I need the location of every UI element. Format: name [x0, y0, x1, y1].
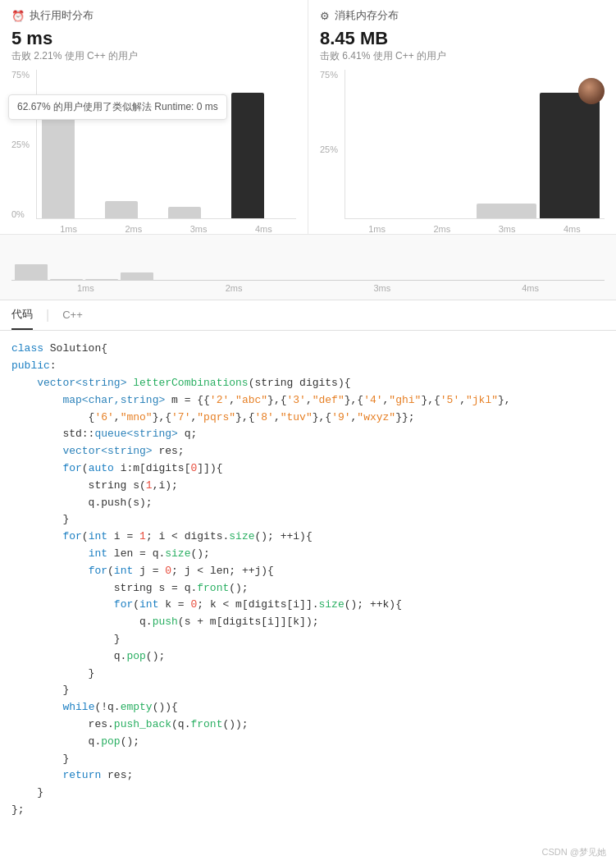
mem-y-label-75: 75%: [320, 70, 343, 80]
tab-cpp[interactable]: C++: [62, 302, 83, 329]
execution-chart-title: ⏰ 执行用时分布: [11, 8, 296, 23]
execution-tooltip: 62.67% 的用户使用了类似解法 Runtime: 0 ms: [8, 94, 227, 120]
execution-chart-panel: ⏰ 执行用时分布 5 ms 击败 2.21% 使用 C++ 的用户 62.67%…: [0, 0, 308, 234]
mem-x-label-2ms: 2ms: [433, 224, 450, 234]
execution-subtitle: 击败 2.21% 使用 C++ 的用户: [11, 49, 296, 63]
mini-chart-wrapper: [11, 240, 605, 281]
x-label-3ms: 3ms: [190, 224, 208, 234]
execution-value: 5 ms: [11, 28, 296, 49]
exec-bar-2: [105, 201, 138, 219]
exec-bar-4: [231, 93, 264, 219]
exec-bar-1: [42, 115, 75, 219]
code-block: class Solution{ public: vector<string> l…: [0, 331, 616, 828]
mem-x-label-4ms: 4ms: [564, 224, 581, 234]
x-label-4ms: 4ms: [255, 224, 272, 234]
x-label-1ms: 1ms: [60, 224, 77, 234]
mem-x-label-1ms: 1ms: [368, 224, 386, 234]
mem-x-label-3ms: 3ms: [499, 224, 516, 234]
y-label-75: 75%: [11, 70, 34, 80]
memory-chart-area: 75% 25% 1ms: [308, 70, 616, 234]
mem-bar-4: [540, 93, 600, 219]
y-label-25: 25%: [11, 140, 34, 149]
memory-chart-panel: ⚙ 消耗内存分布 8.45 MB 击败 6.41% 使用 C++ 的用户 75%…: [308, 0, 616, 234]
mem-y-label-25: 25%: [320, 144, 343, 154]
code-tabs: 代码 | C++: [0, 300, 616, 331]
execution-chart-area: 62.67% 的用户使用了类似解法 Runtime: 0 ms 75% 25% …: [0, 70, 308, 234]
tab-code[interactable]: 代码: [11, 300, 33, 330]
mini-bar-3: [85, 279, 118, 280]
memory-value: 8.45 MB: [320, 28, 605, 49]
memory-chart-title: ⚙ 消耗内存分布: [320, 8, 605, 23]
memory-icon: ⚙: [320, 10, 330, 22]
exec-bar-3: [168, 207, 201, 218]
mini-x-labels: 1ms 2ms 3ms 4ms: [11, 283, 605, 293]
charts-container: ⏰ 执行用时分布 5 ms 击败 2.21% 使用 C++ 的用户 62.67%…: [0, 0, 616, 235]
clock-icon: ⏰: [11, 10, 25, 22]
x-label-2ms: 2ms: [125, 224, 142, 234]
mini-bar-2: [50, 279, 83, 280]
tab-separator: |: [46, 308, 49, 323]
watermark: CSDN @梦见她: [542, 846, 606, 858]
memory-subtitle: 击败 6.41% 使用 C++ 的用户: [320, 49, 605, 63]
code-section: 代码 | C++ class Solution{ public: vector<…: [0, 300, 616, 828]
mini-bar-1: [15, 264, 48, 281]
mem-bar-3: [477, 204, 536, 218]
mini-bar-4: [121, 272, 153, 281]
y-label-0: 0%: [11, 209, 34, 219]
mini-chart-section: 1ms 2ms 3ms 4ms: [0, 235, 616, 300]
